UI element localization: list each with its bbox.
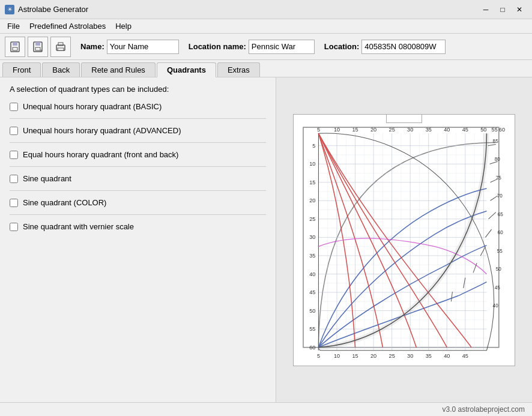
checkbox-basic[interactable] <box>10 103 18 111</box>
svg-text:60: 60 <box>499 127 505 133</box>
quadrant-preview: 5 10 15 20 25 30 35 40 45 50 55 <box>293 114 515 366</box>
svg-text:55: 55 <box>309 326 315 332</box>
panel-heading: A selection of quadrant types can be inc… <box>10 85 266 94</box>
svg-text:10: 10 <box>334 127 340 133</box>
svg-text:35: 35 <box>426 127 432 133</box>
svg-text:30: 30 <box>309 234 315 240</box>
name-input[interactable] <box>107 40 179 54</box>
svg-text:35: 35 <box>309 252 315 258</box>
svg-rect-2 <box>13 47 17 50</box>
saveas-button[interactable]: + <box>28 37 48 57</box>
right-panel: 5 10 15 20 25 30 35 40 45 50 55 <box>276 77 532 402</box>
svg-text:5: 5 <box>317 352 320 358</box>
svg-rect-1 <box>13 42 17 46</box>
quadrant-notch <box>386 115 422 123</box>
checkbox-label-sine[interactable]: Sine quadrant <box>23 174 71 183</box>
svg-text:15: 15 <box>309 179 315 185</box>
menu-help[interactable]: Help <box>110 20 136 32</box>
checkbox-advanced[interactable] <box>10 127 18 135</box>
svg-text:50: 50 <box>309 307 315 313</box>
svg-text:35: 35 <box>426 352 432 358</box>
maximize-button[interactable]: □ <box>495 3 510 16</box>
tab-front[interactable]: Front <box>2 62 41 77</box>
tab-rete-rules[interactable]: Rete and Rules <box>81 62 156 77</box>
option-row-3: Sine quadrant <box>10 174 266 191</box>
svg-text:45: 45 <box>495 285 501 290</box>
svg-text:25: 25 <box>389 352 395 358</box>
checkbox-sine-vernier[interactable] <box>10 223 18 231</box>
tabs-bar: Front Back Rete and Rules Quadrants Extr… <box>0 60 532 77</box>
svg-text:20: 20 <box>370 127 376 133</box>
status-bar: v3.0 astrolabeproject.com <box>0 402 532 415</box>
title-bar: ☀ Astrolabe Generator ─ □ ✕ <box>0 0 532 19</box>
checkbox-sine[interactable] <box>10 175 18 183</box>
svg-rect-9 <box>58 48 64 50</box>
svg-text:+: + <box>40 48 43 53</box>
svg-text:40: 40 <box>444 352 450 358</box>
svg-text:50: 50 <box>496 267 502 272</box>
quadrant-svg: 5 10 15 20 25 30 35 40 45 50 55 <box>300 124 509 360</box>
svg-text:5: 5 <box>317 127 320 133</box>
svg-text:45: 45 <box>309 289 315 295</box>
svg-text:55: 55 <box>492 127 498 133</box>
left-panel: A selection of quadrant types can be inc… <box>0 77 276 402</box>
title-bar-buttons: ─ □ ✕ <box>478 3 527 16</box>
svg-text:60: 60 <box>309 344 315 350</box>
svg-text:25: 25 <box>309 216 315 222</box>
option-row-1: Unequal hours horary quadrant (ADVANCED) <box>10 126 266 143</box>
main-content: A selection of quadrant types can be inc… <box>0 77 532 402</box>
print-button[interactable] <box>50 37 71 57</box>
close-button[interactable]: ✕ <box>512 3 527 16</box>
option-row-4: Sine quadrant (COLOR) <box>10 198 266 215</box>
location-name-input[interactable] <box>249 40 315 54</box>
tab-back[interactable]: Back <box>42 62 80 77</box>
svg-text:15: 15 <box>352 127 358 133</box>
save-button[interactable] <box>5 37 25 57</box>
location-label: Location: <box>324 42 360 51</box>
svg-text:10: 10 <box>334 352 340 358</box>
checkbox-equal-hours[interactable] <box>10 151 18 159</box>
checkbox-label-sine-vernier[interactable]: Sine quadrant with vernier scale <box>23 222 134 231</box>
svg-text:70: 70 <box>497 193 503 199</box>
svg-text:10: 10 <box>309 161 315 167</box>
minimize-button[interactable]: ─ <box>478 3 494 16</box>
svg-text:30: 30 <box>407 352 413 358</box>
svg-rect-4 <box>35 42 40 46</box>
menu-file[interactable]: File <box>2 20 25 32</box>
svg-text:15: 15 <box>352 352 358 358</box>
svg-text:40: 40 <box>444 127 450 133</box>
toolbar: + Name: Location name: Location: <box>0 34 532 60</box>
svg-text:85: 85 <box>493 138 499 143</box>
svg-text:50: 50 <box>480 127 486 133</box>
checkbox-label-basic[interactable]: Unequal hours horary quadrant (BASIC) <box>23 102 162 111</box>
tab-extras[interactable]: Extras <box>217 62 260 77</box>
name-label: Name: <box>80 42 104 51</box>
checkbox-label-equal-hours[interactable]: Equal hours horary quadrant (front and b… <box>23 150 178 159</box>
checkbox-label-advanced[interactable]: Unequal hours horary quadrant (ADVANCED) <box>23 126 181 135</box>
quadrant-inner: 5 10 15 20 25 30 35 40 45 50 55 <box>300 124 509 360</box>
location-name-label: Location name: <box>189 42 246 51</box>
checkbox-label-sine-color[interactable]: Sine quadrant (COLOR) <box>23 198 106 207</box>
status-text: v3.0 astrolabeproject.com <box>443 405 525 414</box>
svg-text:55: 55 <box>497 248 503 253</box>
svg-text:60: 60 <box>498 230 504 235</box>
menu-predefined[interactable]: Predefined Astrolabes <box>25 20 110 32</box>
svg-text:45: 45 <box>462 352 468 358</box>
option-row-0: Unequal hours horary quadrant (BASIC) <box>10 102 266 119</box>
option-row-5: Sine quadrant with vernier scale <box>10 222 266 238</box>
svg-text:65: 65 <box>498 211 504 217</box>
svg-text:5: 5 <box>312 142 315 148</box>
svg-text:45: 45 <box>462 127 468 133</box>
app-icon: ☀ <box>5 5 14 14</box>
title-bar-text: Astrolabe Generator <box>18 5 478 14</box>
svg-text:20: 20 <box>309 197 315 203</box>
checkbox-sine-color[interactable] <box>10 199 18 207</box>
option-row-2: Equal hours horary quadrant (front and b… <box>10 150 266 167</box>
svg-text:40: 40 <box>493 303 499 309</box>
svg-text:25: 25 <box>389 127 395 133</box>
location-input[interactable] <box>361 40 446 54</box>
svg-text:30: 30 <box>407 127 413 133</box>
menu-bar: File Predefined Astrolabes Help <box>0 19 532 34</box>
tab-quadrants[interactable]: Quadrants <box>157 62 216 77</box>
svg-text:20: 20 <box>370 352 376 358</box>
